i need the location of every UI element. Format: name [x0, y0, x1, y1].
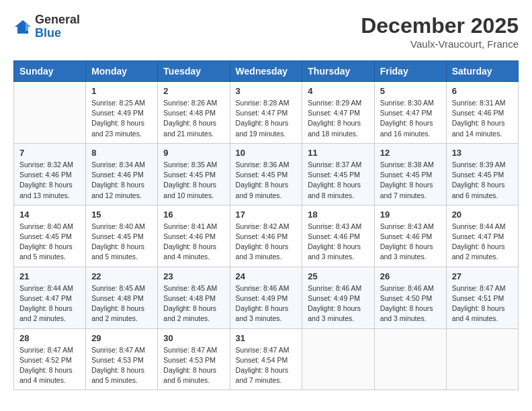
day-info: Sunrise: 8:29 AMSunset: 4:47 PMDaylight:… — [308, 98, 368, 139]
day-number: 9 — [163, 148, 224, 158]
day-info: Sunrise: 8:47 AMSunset: 4:54 PMDaylight:… — [236, 345, 297, 386]
title-section: December 2025 Vaulx-Vraucourt, France — [361, 13, 519, 50]
day-number: 15 — [91, 210, 152, 220]
calendar-cell: 2Sunrise: 8:26 AMSunset: 4:48 PMDaylight… — [158, 82, 230, 144]
logo-icon — [13, 17, 32, 36]
day-number: 26 — [380, 271, 441, 281]
day-header-wednesday: Wednesday — [230, 61, 302, 82]
day-info: Sunrise: 8:38 AMSunset: 4:45 PMDaylight:… — [380, 160, 441, 201]
day-info: Sunrise: 8:44 AMSunset: 4:47 PMDaylight:… — [452, 222, 513, 263]
day-number: 1 — [91, 86, 152, 96]
calendar-week-row: 21Sunrise: 8:44 AMSunset: 4:47 PMDayligh… — [14, 267, 519, 328]
calendar-cell: 10Sunrise: 8:36 AMSunset: 4:45 PMDayligh… — [230, 143, 302, 205]
calendar-cell: 28Sunrise: 8:47 AMSunset: 4:52 PMDayligh… — [14, 328, 86, 390]
calendar-cell: 21Sunrise: 8:44 AMSunset: 4:47 PMDayligh… — [14, 267, 86, 328]
logo-text: General Blue — [35, 13, 80, 40]
month-title: December 2025 — [361, 13, 519, 38]
calendar-cell: 5Sunrise: 8:30 AMSunset: 4:47 PMDaylight… — [374, 82, 446, 144]
calendar-cell: 1Sunrise: 8:25 AMSunset: 4:49 PMDaylight… — [86, 82, 158, 144]
day-info: Sunrise: 8:45 AMSunset: 4:48 PMDaylight:… — [91, 283, 152, 324]
calendar-cell — [14, 82, 86, 144]
day-info: Sunrise: 8:35 AMSunset: 4:45 PMDaylight:… — [163, 160, 224, 201]
day-number: 18 — [308, 210, 368, 220]
calendar-body: 1Sunrise: 8:25 AMSunset: 4:49 PMDaylight… — [14, 82, 519, 390]
calendar-week-row: 7Sunrise: 8:32 AMSunset: 4:46 PMDaylight… — [14, 143, 519, 205]
day-number: 14 — [19, 210, 80, 220]
day-number: 27 — [452, 271, 513, 281]
day-number: 10 — [236, 148, 297, 158]
day-number: 7 — [19, 148, 80, 158]
day-number: 12 — [380, 148, 441, 158]
day-number: 21 — [19, 271, 80, 281]
day-number: 31 — [236, 333, 297, 343]
day-header-sunday: Sunday — [14, 61, 86, 82]
day-number: 8 — [91, 148, 152, 158]
day-info: Sunrise: 8:25 AMSunset: 4:49 PMDaylight:… — [91, 98, 152, 139]
calendar-cell — [446, 328, 518, 390]
calendar-cell: 27Sunrise: 8:47 AMSunset: 4:51 PMDayligh… — [446, 267, 518, 328]
day-info: Sunrise: 8:41 AMSunset: 4:46 PMDaylight:… — [163, 222, 224, 263]
day-info: Sunrise: 8:31 AMSunset: 4:46 PMDaylight:… — [452, 98, 513, 139]
logo-blue-text: Blue — [35, 27, 80, 40]
day-info: Sunrise: 8:43 AMSunset: 4:46 PMDaylight:… — [380, 222, 441, 263]
day-number: 6 — [452, 86, 513, 96]
day-number: 19 — [380, 210, 441, 220]
day-number: 24 — [236, 271, 297, 281]
day-info: Sunrise: 8:47 AMSunset: 4:53 PMDaylight:… — [91, 345, 152, 386]
calendar-cell: 18Sunrise: 8:43 AMSunset: 4:46 PMDayligh… — [302, 205, 374, 267]
day-number: 11 — [308, 148, 368, 158]
calendar-cell: 4Sunrise: 8:29 AMSunset: 4:47 PMDaylight… — [302, 82, 374, 144]
calendar-table: SundayMondayTuesdayWednesdayThursdayFrid… — [13, 60, 519, 390]
day-info: Sunrise: 8:39 AMSunset: 4:45 PMDaylight:… — [452, 160, 513, 201]
calendar-cell — [302, 328, 374, 390]
calendar-cell: 19Sunrise: 8:43 AMSunset: 4:46 PMDayligh… — [374, 205, 446, 267]
day-info: Sunrise: 8:47 AMSunset: 4:52 PMDaylight:… — [19, 345, 80, 386]
day-number: 29 — [91, 333, 152, 343]
calendar-cell: 16Sunrise: 8:41 AMSunset: 4:46 PMDayligh… — [158, 205, 230, 267]
day-number: 5 — [380, 86, 441, 96]
day-info: Sunrise: 8:37 AMSunset: 4:45 PMDaylight:… — [308, 160, 368, 201]
day-info: Sunrise: 8:46 AMSunset: 4:50 PMDaylight:… — [380, 283, 441, 324]
day-number: 13 — [452, 148, 513, 158]
day-info: Sunrise: 8:40 AMSunset: 4:45 PMDaylight:… — [19, 222, 80, 263]
day-info: Sunrise: 8:30 AMSunset: 4:47 PMDaylight:… — [380, 98, 441, 139]
day-number: 4 — [308, 86, 368, 96]
day-info: Sunrise: 8:26 AMSunset: 4:48 PMDaylight:… — [163, 98, 224, 139]
day-header-tuesday: Tuesday — [158, 61, 230, 82]
calendar-cell: 14Sunrise: 8:40 AMSunset: 4:45 PMDayligh… — [14, 205, 86, 267]
day-number: 17 — [236, 210, 297, 220]
day-number: 22 — [91, 271, 152, 281]
day-info: Sunrise: 8:43 AMSunset: 4:46 PMDaylight:… — [308, 222, 368, 263]
day-info: Sunrise: 8:46 AMSunset: 4:49 PMDaylight:… — [236, 283, 297, 324]
calendar-cell — [374, 328, 446, 390]
calendar-cell: 15Sunrise: 8:40 AMSunset: 4:45 PMDayligh… — [86, 205, 158, 267]
calendar-cell: 7Sunrise: 8:32 AMSunset: 4:46 PMDaylight… — [14, 143, 86, 205]
day-info: Sunrise: 8:46 AMSunset: 4:49 PMDaylight:… — [308, 283, 368, 324]
day-header-thursday: Thursday — [302, 61, 374, 82]
calendar-cell: 3Sunrise: 8:28 AMSunset: 4:47 PMDaylight… — [230, 82, 302, 144]
calendar-cell: 8Sunrise: 8:34 AMSunset: 4:46 PMDaylight… — [86, 143, 158, 205]
location: Vaulx-Vraucourt, France — [361, 38, 519, 50]
calendar-cell: 26Sunrise: 8:46 AMSunset: 4:50 PMDayligh… — [374, 267, 446, 328]
day-info: Sunrise: 8:47 AMSunset: 4:51 PMDaylight:… — [452, 283, 513, 324]
calendar-cell: 12Sunrise: 8:38 AMSunset: 4:45 PMDayligh… — [374, 143, 446, 205]
calendar-cell: 13Sunrise: 8:39 AMSunset: 4:45 PMDayligh… — [446, 143, 518, 205]
day-info: Sunrise: 8:45 AMSunset: 4:48 PMDaylight:… — [163, 283, 224, 324]
day-info: Sunrise: 8:44 AMSunset: 4:47 PMDaylight:… — [19, 283, 80, 324]
day-info: Sunrise: 8:36 AMSunset: 4:45 PMDaylight:… — [236, 160, 297, 201]
day-number: 28 — [19, 333, 80, 343]
day-info: Sunrise: 8:42 AMSunset: 4:46 PMDaylight:… — [236, 222, 297, 263]
day-number: 3 — [236, 86, 297, 96]
day-number: 16 — [163, 210, 224, 220]
calendar-cell: 25Sunrise: 8:46 AMSunset: 4:49 PMDayligh… — [302, 267, 374, 328]
day-info: Sunrise: 8:40 AMSunset: 4:45 PMDaylight:… — [91, 222, 152, 263]
calendar-week-row: 28Sunrise: 8:47 AMSunset: 4:52 PMDayligh… — [14, 328, 519, 390]
calendar-cell: 17Sunrise: 8:42 AMSunset: 4:46 PMDayligh… — [230, 205, 302, 267]
calendar-cell: 31Sunrise: 8:47 AMSunset: 4:54 PMDayligh… — [230, 328, 302, 390]
calendar-cell: 6Sunrise: 8:31 AMSunset: 4:46 PMDaylight… — [446, 82, 518, 144]
day-number: 25 — [308, 271, 368, 281]
calendar-cell: 22Sunrise: 8:45 AMSunset: 4:48 PMDayligh… — [86, 267, 158, 328]
day-info: Sunrise: 8:28 AMSunset: 4:47 PMDaylight:… — [236, 98, 297, 139]
calendar-cell: 23Sunrise: 8:45 AMSunset: 4:48 PMDayligh… — [158, 267, 230, 328]
logo-general-text: General — [35, 13, 80, 27]
